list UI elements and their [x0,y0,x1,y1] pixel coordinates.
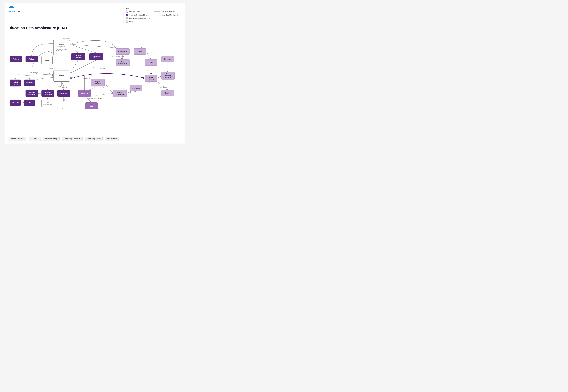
utility-row: Affiliation Mappings Error Hierarchy Set… [7,137,182,141]
key-standard: Standard Object [126,10,151,13]
node-time-block: Time Block [162,56,174,62]
node-affiliation-label: Affiliation [81,93,88,94]
node-behavior-response: Behavior Response [26,90,38,97]
node-attribute-label: Attribute [13,58,19,60]
master-detail-line [154,15,160,15]
node-program-plan: Program Plan [116,48,130,55]
node-case-sub: (Behavior Incident) [43,104,52,105]
node-attendance-event-label: Attendance Event [87,104,96,108]
node-account: Account (Household or Administrative, Ed… [53,40,70,55]
label-preparer: Preparer [100,68,105,69]
standard-label: Standard Object [129,11,140,13]
utility-error: Error [29,137,41,141]
node-time-block-label: Time Block [164,58,171,60]
node-course-offering: Course Offering [145,75,157,82]
node-facility-label: Facility [165,92,170,94]
lookup-line [154,12,160,12]
node-relationship-label: Relationship [60,93,68,94]
utility-trigger-handler: Trigger Handler [105,137,119,141]
node-language: Language [24,80,35,86]
label-parent-plan: Parent Plan Requirement [111,56,124,57]
node-term: Term [134,48,146,55]
node-program-enrollment-label: Program Enrollment [92,81,103,84]
utility-relationship-auto-create: Relationship Auto-Create [62,137,83,141]
node-contact-language-label: Contact Language [11,81,19,85]
node-relationship: Relationship [58,90,70,97]
label-parent-term: Parent Term [141,45,147,47]
node-test-score-label: Test Score [12,102,19,104]
label-parent-account: Parent Account [62,38,70,39]
node-facility: Facility [162,90,174,96]
standard-circle [126,10,128,13]
label-primary-faculty: Primary Faculty [143,70,150,71]
node-contact-sub: (Student, Faculty, Parent,...) [55,76,68,78]
utility-hierarchy-settings: Hierarchy Settings [43,137,60,141]
node-address: Address [26,56,38,62]
courses-label: Courses and Enrollments Object [129,17,151,19]
diagram: Parent Account Current Address Converts … [7,32,182,136]
utility-affiliation-mappings: Affiliation Mappings [9,137,26,141]
node-attribute: Attribute [10,56,22,62]
key-title: Key [126,7,180,9]
label-student-faculty: Student/Faculty [119,88,127,89]
label-converts-to-1: Converts to [49,59,55,61]
node-course-connection: Course Connection [113,90,127,97]
node-account-label: Account [59,44,64,46]
node-program-enrollment: Program Enrollment [91,79,105,86]
key-lookup: Lookup Relationship [154,10,180,13]
utility-circle [126,20,128,23]
node-course-offering-schedule-label: Course Offering Schedule [163,73,173,78]
key-master-detail: Master-Detail Relationship [154,14,180,16]
main-title: Education Data Architecture (EDA) [7,26,182,30]
node-education-history-label: Education History [73,55,84,58]
contact-info-circle [126,14,128,16]
node-test-label: Test [28,102,31,104]
header: salesforce.org Key Standard Object Looku… [7,6,182,24]
page: salesforce.org Key Standard Object Looku… [5,3,185,144]
node-application-label: Application [92,56,100,58]
key-contact-info: Contact Information Object [126,14,151,16]
node-plan-requirement: Plan Requirement [116,59,130,66]
node-attendance-event: Attendance Event [85,102,98,109]
label-current-address-2: Current Address [30,72,38,73]
node-course-offering-schedule: Course Offering Schedule [162,72,175,80]
logo-area: salesforce.org [7,6,20,12]
node-plan-requirement-label: Plan Requirement [117,61,128,65]
logo-text: salesforce.org [7,10,20,12]
node-term-grade: Term Grade [130,85,142,91]
node-lead-label: Lead [45,59,48,61]
node-case-label: Case [46,102,49,103]
label-converts-to-2: Converts to [49,68,55,69]
node-course: Course [145,59,157,66]
label-applicant: Applicant [92,66,97,68]
salesforce-logo [7,6,15,10]
key-grid: Standard Object Lookup Relationship Cont… [126,10,180,23]
node-behavior-response-label: Behavior Response [27,92,37,95]
utility-relationship-lookup: Relationship Lookup [85,137,103,141]
node-language-label: Language [26,82,33,84]
key-courses: Courses and Enrollments Object [126,17,151,20]
node-affiliation: Affiliation [78,90,91,97]
node-application: Application [89,53,103,60]
key-utility: Utility [126,20,151,23]
contact-info-label: Contact Information Object [129,14,148,16]
lookup-label: Lookup Relationship [161,11,175,13]
node-course-label: Course [149,62,153,63]
label-parent-facility: Parent Facility [160,87,167,88]
label-current-address-1: Current Address [30,50,38,52]
node-contact: Contact (Student, Faculty, Parent,...) [53,70,70,82]
node-address-label: Address [29,58,34,60]
key-box: Key Standard Object Lookup Relationship … [123,6,182,24]
label-academic-program-1: Academic Program [91,40,100,41]
node-course-offering-label: Course Offering [146,76,156,80]
master-detail-label: Master-Detail Relationship [161,14,179,16]
label-department: Department [149,54,154,56]
courses-circle [126,17,128,20]
label-reciprocal: Reciprocal Relationship [57,108,68,110]
node-behavior-involvement-label: Behavior Involvement [43,92,53,95]
label-academic-program-affiliation: Academic Program Affiliation [88,98,102,99]
node-program-plan-label: Program Plan [118,51,127,52]
node-behavior-involvement: Behavior Involvement [42,90,54,97]
node-course-connection-label: Course Connection [114,92,125,95]
node-case: Case (Behavior Incident) [42,100,54,107]
